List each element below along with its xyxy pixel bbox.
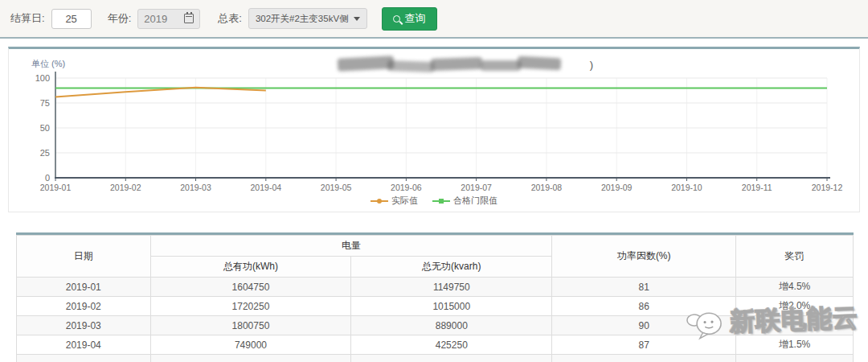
cell-date: 2019-03 — [17, 316, 151, 335]
settlement-day-input[interactable] — [51, 9, 92, 29]
year-value: 2019 — [144, 13, 167, 25]
x-tick-label: 2019-04 — [251, 183, 282, 192]
col-header-penalty: 奖罚 — [736, 236, 854, 278]
legend-item[interactable]: 合格门限值 — [432, 195, 497, 207]
legend-marker-icon — [432, 198, 450, 204]
y-tick-label: 0 — [45, 173, 50, 183]
x-tick-label: 2019-06 — [391, 183, 422, 192]
query-button-label: 查询 — [405, 11, 426, 26]
meter-selected-value: 302开关#2主变35kV侧 — [256, 13, 349, 25]
table-row[interactable]: 2019-03180075088900090 — [17, 316, 854, 335]
y-tick-label: 25 — [40, 148, 50, 158]
col-header-energy-group: 电量 — [150, 236, 552, 257]
cell-pf: 87 — [552, 335, 736, 355]
legend-label: 合格门限值 — [453, 195, 497, 207]
x-tick-label: 2019-05 — [321, 183, 352, 192]
col-header-power-factor: 功率因数(%) — [552, 236, 736, 278]
table-row[interactable]: 2019-011604750114975081增4.5% — [17, 278, 854, 297]
cell-pf: 90 — [552, 316, 736, 335]
cell-date: 2019-01 — [17, 278, 151, 297]
legend-item[interactable]: 实际值 — [371, 195, 418, 207]
cell-empty — [552, 355, 736, 362]
cell-active: 1720250 — [150, 297, 351, 316]
cell-reactive: 1149750 — [351, 278, 552, 297]
cell-pf: 86 — [552, 297, 736, 316]
year-label: 年份: — [108, 11, 132, 26]
x-tick-label: 2019-08 — [531, 183, 563, 192]
power-factor-chart-card: 02550751002019-012019-022019-032019-0420… — [8, 47, 860, 212]
cell-reactive: 425250 — [351, 335, 552, 355]
meter-select[interactable]: 302开关#2主变35kV侧 — [248, 8, 367, 29]
x-tick-label: 2019-07 — [461, 183, 492, 192]
cell-active: 749000 — [150, 335, 351, 355]
table-row[interactable]: 2019-0474900042525087增1.5% — [17, 335, 854, 355]
y-tick-label: 75 — [40, 98, 50, 108]
col-header-reactive-energy: 总无功(kvarh) — [351, 257, 552, 278]
cell-active: 1604750 — [150, 278, 351, 297]
legend-marker-icon — [371, 198, 388, 204]
cell-penalty — [736, 316, 854, 335]
chevron-down-icon — [354, 17, 360, 21]
x-tick-label: 2019-12 — [812, 183, 843, 192]
line-chart: 02550751002019-012019-022019-032019-0420… — [9, 49, 861, 212]
cell-date: 2019-04 — [17, 335, 151, 355]
energy-table-panel: 日期 电量 功率因数(%) 奖罚 总有功(kWh) 总无功(kvarh) 201… — [16, 232, 854, 362]
col-header-date: 日期 — [17, 236, 151, 278]
table-row — [17, 355, 854, 362]
x-tick-label: 2019-03 — [180, 183, 211, 192]
x-tick-label: 2019-11 — [742, 183, 772, 192]
cell-reactive: 1015000 — [351, 297, 552, 316]
cell-penalty: 增2.0% — [736, 297, 854, 316]
y-axis-title: 单位 (%) — [31, 58, 65, 70]
cell-penalty: 增4.5% — [736, 278, 854, 297]
toolbar: 结算日: 年份: 2019 总表: 302开关#2主变35kV侧 查询 — [0, 0, 868, 39]
x-tick-label: 2019-10 — [671, 183, 702, 192]
calendar-icon — [184, 14, 194, 23]
cell-empty — [736, 355, 854, 362]
series-实际值 — [55, 88, 266, 97]
legend-label: 实际值 — [391, 195, 418, 207]
cell-pf: 81 — [552, 278, 736, 297]
cell-date: 2019-02 — [17, 297, 151, 316]
x-tick-label: 2019-01 — [40, 183, 72, 192]
x-tick-label: 2019-09 — [601, 183, 633, 192]
cell-empty — [17, 355, 151, 362]
year-picker[interactable]: 2019 — [137, 9, 200, 29]
chart-legend: 实际值 合格门限值 — [9, 195, 859, 207]
y-tick-label: 100 — [35, 73, 50, 83]
table-row[interactable]: 2019-021720250101500086增2.0% — [17, 297, 854, 316]
cell-active: 1800750 — [150, 316, 351, 335]
y-tick-label: 50 — [40, 123, 50, 133]
settlement-day-label: 结算日: — [10, 11, 45, 26]
cell-reactive: 889000 — [351, 316, 552, 335]
search-icon — [393, 15, 400, 23]
query-button[interactable]: 查询 — [382, 7, 437, 31]
cell-empty — [351, 355, 552, 362]
energy-table: 日期 电量 功率因数(%) 奖罚 总有功(kWh) 总无功(kvarh) 201… — [16, 235, 854, 362]
col-header-active-energy: 总有功(kWh) — [150, 257, 351, 278]
x-tick-label: 2019-02 — [110, 183, 141, 192]
meter-label: 总表: — [218, 11, 242, 26]
cell-empty — [150, 355, 351, 362]
cell-penalty: 增1.5% — [736, 335, 854, 355]
